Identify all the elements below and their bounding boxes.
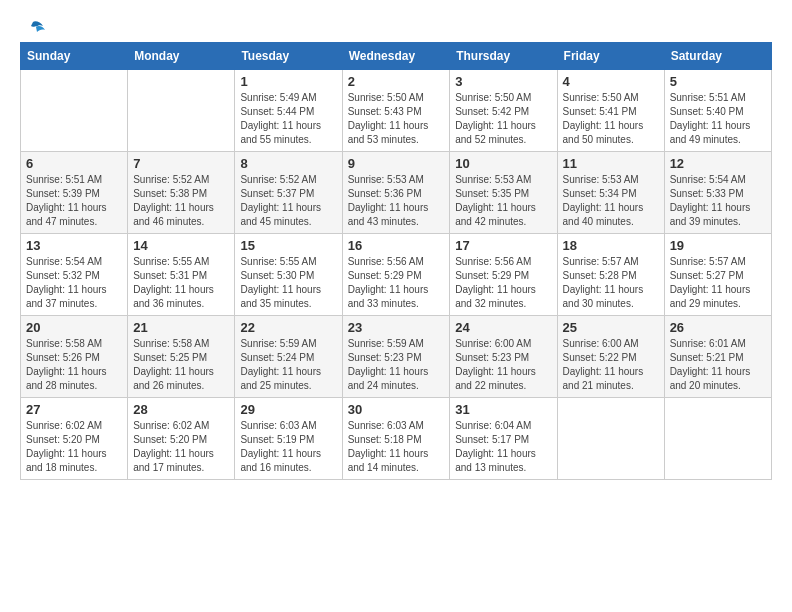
calendar-cell: 18Sunrise: 5:57 AM Sunset: 5:28 PM Dayli… — [557, 234, 664, 316]
day-number: 22 — [240, 320, 336, 335]
calendar-cell: 2Sunrise: 5:50 AM Sunset: 5:43 PM Daylig… — [342, 70, 450, 152]
day-number: 15 — [240, 238, 336, 253]
calendar-header-saturday: Saturday — [664, 43, 771, 70]
calendar-cell: 29Sunrise: 6:03 AM Sunset: 5:19 PM Dayli… — [235, 398, 342, 480]
day-info: Sunrise: 5:51 AM Sunset: 5:39 PM Dayligh… — [26, 173, 122, 229]
day-number: 13 — [26, 238, 122, 253]
calendar-week-row: 20Sunrise: 5:58 AM Sunset: 5:26 PM Dayli… — [21, 316, 772, 398]
day-number: 23 — [348, 320, 445, 335]
calendar-cell: 17Sunrise: 5:56 AM Sunset: 5:29 PM Dayli… — [450, 234, 557, 316]
calendar-week-row: 13Sunrise: 5:54 AM Sunset: 5:32 PM Dayli… — [21, 234, 772, 316]
calendar-table: SundayMondayTuesdayWednesdayThursdayFrid… — [20, 42, 772, 480]
calendar-header-thursday: Thursday — [450, 43, 557, 70]
day-info: Sunrise: 5:56 AM Sunset: 5:29 PM Dayligh… — [455, 255, 551, 311]
day-info: Sunrise: 5:57 AM Sunset: 5:27 PM Dayligh… — [670, 255, 766, 311]
day-number: 14 — [133, 238, 229, 253]
day-number: 3 — [455, 74, 551, 89]
calendar-cell: 25Sunrise: 6:00 AM Sunset: 5:22 PM Dayli… — [557, 316, 664, 398]
calendar-cell: 31Sunrise: 6:04 AM Sunset: 5:17 PM Dayli… — [450, 398, 557, 480]
calendar-header-monday: Monday — [128, 43, 235, 70]
day-info: Sunrise: 6:02 AM Sunset: 5:20 PM Dayligh… — [133, 419, 229, 475]
day-info: Sunrise: 5:51 AM Sunset: 5:40 PM Dayligh… — [670, 91, 766, 147]
calendar-cell: 7Sunrise: 5:52 AM Sunset: 5:38 PM Daylig… — [128, 152, 235, 234]
day-number: 27 — [26, 402, 122, 417]
day-info: Sunrise: 5:54 AM Sunset: 5:32 PM Dayligh… — [26, 255, 122, 311]
calendar-header-sunday: Sunday — [21, 43, 128, 70]
day-info: Sunrise: 5:50 AM Sunset: 5:41 PM Dayligh… — [563, 91, 659, 147]
day-info: Sunrise: 5:58 AM Sunset: 5:26 PM Dayligh… — [26, 337, 122, 393]
calendar-cell: 11Sunrise: 5:53 AM Sunset: 5:34 PM Dayli… — [557, 152, 664, 234]
calendar-cell — [21, 70, 128, 152]
calendar-cell — [128, 70, 235, 152]
calendar-cell — [557, 398, 664, 480]
day-info: Sunrise: 6:03 AM Sunset: 5:19 PM Dayligh… — [240, 419, 336, 475]
day-info: Sunrise: 6:00 AM Sunset: 5:22 PM Dayligh… — [563, 337, 659, 393]
day-info: Sunrise: 5:50 AM Sunset: 5:42 PM Dayligh… — [455, 91, 551, 147]
calendar-cell: 16Sunrise: 5:56 AM Sunset: 5:29 PM Dayli… — [342, 234, 450, 316]
calendar-week-row: 1Sunrise: 5:49 AM Sunset: 5:44 PM Daylig… — [21, 70, 772, 152]
calendar-cell: 28Sunrise: 6:02 AM Sunset: 5:20 PM Dayli… — [128, 398, 235, 480]
day-info: Sunrise: 6:02 AM Sunset: 5:20 PM Dayligh… — [26, 419, 122, 475]
calendar-cell: 22Sunrise: 5:59 AM Sunset: 5:24 PM Dayli… — [235, 316, 342, 398]
calendar-cell: 21Sunrise: 5:58 AM Sunset: 5:25 PM Dayli… — [128, 316, 235, 398]
day-info: Sunrise: 5:52 AM Sunset: 5:38 PM Dayligh… — [133, 173, 229, 229]
day-number: 8 — [240, 156, 336, 171]
day-number: 11 — [563, 156, 659, 171]
day-info: Sunrise: 6:04 AM Sunset: 5:17 PM Dayligh… — [455, 419, 551, 475]
day-number: 2 — [348, 74, 445, 89]
day-number: 20 — [26, 320, 122, 335]
day-number: 26 — [670, 320, 766, 335]
calendar-week-row: 6Sunrise: 5:51 AM Sunset: 5:39 PM Daylig… — [21, 152, 772, 234]
day-number: 10 — [455, 156, 551, 171]
day-info: Sunrise: 5:53 AM Sunset: 5:36 PM Dayligh… — [348, 173, 445, 229]
day-number: 18 — [563, 238, 659, 253]
calendar-header-wednesday: Wednesday — [342, 43, 450, 70]
day-info: Sunrise: 5:55 AM Sunset: 5:30 PM Dayligh… — [240, 255, 336, 311]
calendar-cell: 6Sunrise: 5:51 AM Sunset: 5:39 PM Daylig… — [21, 152, 128, 234]
day-info: Sunrise: 5:56 AM Sunset: 5:29 PM Dayligh… — [348, 255, 445, 311]
day-number: 24 — [455, 320, 551, 335]
day-info: Sunrise: 5:59 AM Sunset: 5:23 PM Dayligh… — [348, 337, 445, 393]
calendar-cell: 12Sunrise: 5:54 AM Sunset: 5:33 PM Dayli… — [664, 152, 771, 234]
day-number: 4 — [563, 74, 659, 89]
day-info: Sunrise: 5:52 AM Sunset: 5:37 PM Dayligh… — [240, 173, 336, 229]
day-number: 6 — [26, 156, 122, 171]
day-number: 19 — [670, 238, 766, 253]
calendar-cell — [664, 398, 771, 480]
day-info: Sunrise: 5:50 AM Sunset: 5:43 PM Dayligh… — [348, 91, 445, 147]
logo — [20, 20, 45, 38]
day-number: 7 — [133, 156, 229, 171]
calendar-cell: 10Sunrise: 5:53 AM Sunset: 5:35 PM Dayli… — [450, 152, 557, 234]
logo-bird-icon — [23, 20, 45, 38]
day-number: 17 — [455, 238, 551, 253]
calendar-cell: 15Sunrise: 5:55 AM Sunset: 5:30 PM Dayli… — [235, 234, 342, 316]
day-info: Sunrise: 6:00 AM Sunset: 5:23 PM Dayligh… — [455, 337, 551, 393]
page-header — [20, 20, 772, 38]
day-info: Sunrise: 5:55 AM Sunset: 5:31 PM Dayligh… — [133, 255, 229, 311]
day-info: Sunrise: 6:01 AM Sunset: 5:21 PM Dayligh… — [670, 337, 766, 393]
calendar-cell: 27Sunrise: 6:02 AM Sunset: 5:20 PM Dayli… — [21, 398, 128, 480]
day-number: 5 — [670, 74, 766, 89]
day-info: Sunrise: 5:53 AM Sunset: 5:34 PM Dayligh… — [563, 173, 659, 229]
calendar-header-friday: Friday — [557, 43, 664, 70]
calendar-cell: 5Sunrise: 5:51 AM Sunset: 5:40 PM Daylig… — [664, 70, 771, 152]
calendar-cell: 14Sunrise: 5:55 AM Sunset: 5:31 PM Dayli… — [128, 234, 235, 316]
day-number: 28 — [133, 402, 229, 417]
day-info: Sunrise: 5:53 AM Sunset: 5:35 PM Dayligh… — [455, 173, 551, 229]
calendar-cell: 24Sunrise: 6:00 AM Sunset: 5:23 PM Dayli… — [450, 316, 557, 398]
calendar-cell: 3Sunrise: 5:50 AM Sunset: 5:42 PM Daylig… — [450, 70, 557, 152]
day-number: 1 — [240, 74, 336, 89]
day-number: 16 — [348, 238, 445, 253]
calendar-cell: 13Sunrise: 5:54 AM Sunset: 5:32 PM Dayli… — [21, 234, 128, 316]
calendar-cell: 19Sunrise: 5:57 AM Sunset: 5:27 PM Dayli… — [664, 234, 771, 316]
day-number: 21 — [133, 320, 229, 335]
calendar-cell: 23Sunrise: 5:59 AM Sunset: 5:23 PM Dayli… — [342, 316, 450, 398]
day-info: Sunrise: 5:57 AM Sunset: 5:28 PM Dayligh… — [563, 255, 659, 311]
day-number: 30 — [348, 402, 445, 417]
day-info: Sunrise: 5:59 AM Sunset: 5:24 PM Dayligh… — [240, 337, 336, 393]
calendar-cell: 8Sunrise: 5:52 AM Sunset: 5:37 PM Daylig… — [235, 152, 342, 234]
day-info: Sunrise: 5:58 AM Sunset: 5:25 PM Dayligh… — [133, 337, 229, 393]
calendar-cell: 4Sunrise: 5:50 AM Sunset: 5:41 PM Daylig… — [557, 70, 664, 152]
day-number: 25 — [563, 320, 659, 335]
calendar-cell: 1Sunrise: 5:49 AM Sunset: 5:44 PM Daylig… — [235, 70, 342, 152]
